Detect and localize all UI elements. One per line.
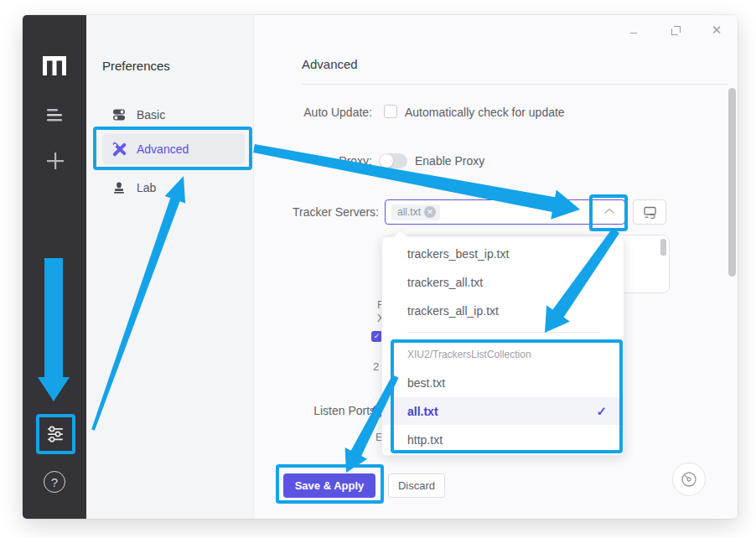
- tracker-select-dropdown: trackers_best_ip.txt trackers_all.txt tr…: [381, 236, 624, 456]
- textarea-scrollbar-thumb[interactable]: [660, 239, 666, 256]
- dropdown-option[interactable]: http.txt: [382, 426, 624, 453]
- save-apply-button[interactable]: Save & Apply: [283, 473, 375, 498]
- wrench-screwdriver-icon: [111, 142, 127, 157]
- auto-update-checkbox[interactable]: [384, 105, 397, 118]
- task-list-icon-glyph: [44, 106, 65, 123]
- app-logo: [39, 52, 70, 79]
- proxy-toggle-label: Enable Proxy: [415, 154, 484, 168]
- select-chevron-up-icon[interactable]: [603, 207, 615, 215]
- dropdown-option[interactable]: trackers_all_ip.txt: [382, 297, 624, 324]
- restore-button[interactable]: [665, 20, 686, 40]
- app-sidebar: ?: [23, 15, 86, 519]
- dropdown-option[interactable]: trackers_all.txt: [382, 268, 624, 296]
- listen-ports-label: Listen Ports:: [261, 404, 379, 417]
- dropdown-group-label: XIU2/TrackersListCollection: [407, 349, 531, 360]
- tracker-servers-select[interactable]: all.txt ✕: [385, 199, 625, 225]
- task-list-icon[interactable]: [44, 106, 65, 123]
- nav-item-basic-label: Basic: [137, 108, 165, 122]
- auto-update-label: Auto Update:: [254, 106, 372, 119]
- app-window: ? Preferences Basic: [23, 15, 738, 519]
- plus-icon: [44, 150, 66, 172]
- dropdown-divider: [407, 332, 600, 333]
- proxy-toggle[interactable]: [379, 153, 407, 168]
- selected-tracker-tag: all.txt ✕: [391, 204, 440, 220]
- tracker-servers-label: Tracker Servers:: [261, 205, 379, 219]
- screenshot-stage: ? Preferences Basic: [0, 0, 756, 538]
- preferences-nav: Preferences Basic: [86, 15, 254, 519]
- toggles-icon: [111, 107, 127, 122]
- check-icon: ✓: [374, 332, 381, 340]
- minimize-button[interactable]: –: [624, 21, 644, 41]
- nav-item-advanced-label: Advanced: [137, 142, 189, 156]
- advanced-panel: – ✕ Advanced Auto Update: Automatically …: [254, 15, 738, 519]
- dropdown-option-selected-label: all.txt: [407, 405, 438, 418]
- speedometer-icon: [680, 470, 698, 489]
- page-title: Advanced: [302, 57, 358, 71]
- nav-item-basic[interactable]: Basic: [102, 101, 245, 128]
- sliders-icon: [45, 424, 65, 444]
- help-button[interactable]: ?: [44, 471, 65, 493]
- nav-item-lab[interactable]: Lab: [102, 174, 245, 201]
- close-icon: ✕: [712, 23, 722, 38]
- dropdown-option-selected[interactable]: all.txt ✓: [382, 397, 624, 425]
- preferences-title: Preferences: [102, 59, 170, 73]
- add-task-button[interactable]: [44, 150, 66, 172]
- preferences-button[interactable]: [45, 424, 65, 444]
- sync-trackers-icon: [643, 206, 657, 219]
- main-scrollbar-thumb[interactable]: [728, 88, 736, 277]
- obscured-text-fragment: 2: [373, 360, 379, 373]
- proxy-label: Proxy:: [254, 154, 372, 168]
- discard-button[interactable]: Discard: [388, 473, 445, 498]
- nav-item-advanced[interactable]: Advanced: [102, 133, 245, 164]
- speed-limit-button[interactable]: [672, 463, 706, 496]
- restore-icon: [671, 26, 681, 35]
- heading-divider: [302, 84, 728, 85]
- tag-remove-icon[interactable]: ✕: [424, 206, 436, 218]
- sync-trackers-button[interactable]: [633, 199, 666, 225]
- help-icon: ?: [51, 475, 58, 489]
- nav-item-lab-label: Lab: [137, 181, 156, 194]
- dropdown-option[interactable]: trackers_best_ip.txt: [382, 240, 624, 267]
- check-icon: ✓: [596, 404, 607, 419]
- close-button[interactable]: ✕: [707, 20, 727, 40]
- auto-update-checkbox-label: Automatically check for update: [405, 106, 565, 119]
- stamp-icon: [111, 180, 127, 195]
- minimize-icon: –: [630, 24, 637, 39]
- motrix-logo-icon: [42, 55, 67, 75]
- selected-tracker-tag-label: all.txt: [397, 206, 421, 218]
- dropdown-option[interactable]: best.txt: [382, 369, 624, 396]
